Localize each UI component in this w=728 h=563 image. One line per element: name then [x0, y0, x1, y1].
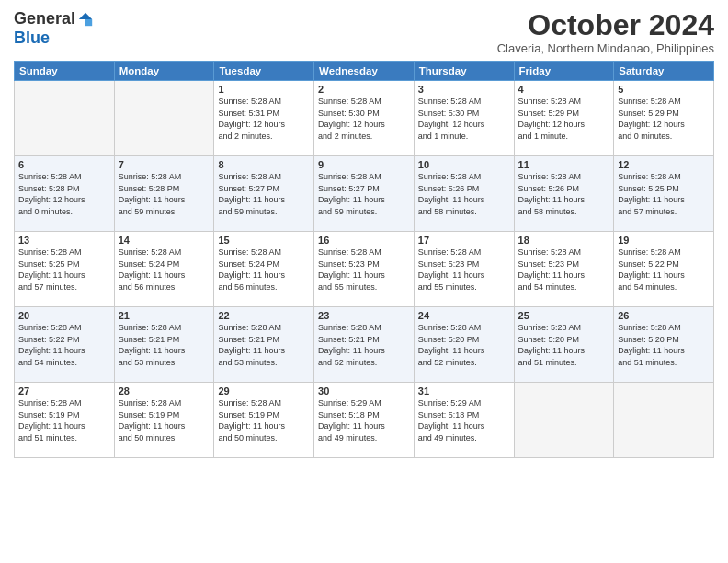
day-number: 1	[218, 84, 310, 95]
day-number: 28	[119, 385, 210, 396]
table-row: 8Sunrise: 5:28 AM Sunset: 5:27 PM Daylig…	[214, 156, 314, 232]
day-info: Sunrise: 5:28 AM Sunset: 5:21 PM Dayligh…	[119, 322, 210, 368]
logo-general-text: General	[14, 9, 75, 29]
table-row	[15, 81, 115, 156]
calendar-table: Sunday Monday Tuesday Wednesday Thursday…	[14, 61, 714, 458]
day-info: Sunrise: 5:28 AM Sunset: 5:25 PM Dayligh…	[18, 247, 110, 293]
table-row	[514, 383, 614, 458]
table-row: 30Sunrise: 5:29 AM Sunset: 5:18 PM Dayli…	[314, 383, 415, 458]
day-number: 24	[418, 310, 510, 321]
logo: General Blue	[14, 9, 94, 48]
table-row: 17Sunrise: 5:28 AM Sunset: 5:23 PM Dayli…	[414, 232, 514, 307]
day-info: Sunrise: 5:28 AM Sunset: 5:28 PM Dayligh…	[18, 171, 110, 217]
day-number: 13	[18, 235, 110, 246]
table-row: 28Sunrise: 5:28 AM Sunset: 5:19 PM Dayli…	[114, 383, 214, 458]
table-row	[114, 81, 214, 156]
day-number: 14	[119, 235, 210, 246]
table-row: 1Sunrise: 5:28 AM Sunset: 5:31 PM Daylig…	[214, 81, 314, 156]
day-info: Sunrise: 5:28 AM Sunset: 5:29 PM Dayligh…	[518, 96, 610, 142]
header-friday: Friday	[514, 62, 614, 81]
table-row: 16Sunrise: 5:28 AM Sunset: 5:23 PM Dayli…	[314, 232, 415, 307]
table-row: 29Sunrise: 5:28 AM Sunset: 5:19 PM Dayli…	[214, 383, 314, 458]
day-number: 29	[218, 385, 310, 396]
table-row: 24Sunrise: 5:28 AM Sunset: 5:20 PM Dayli…	[414, 307, 514, 383]
table-row: 20Sunrise: 5:28 AM Sunset: 5:22 PM Dayli…	[15, 307, 115, 383]
header-saturday: Saturday	[614, 62, 714, 81]
table-row: 23Sunrise: 5:28 AM Sunset: 5:21 PM Dayli…	[314, 307, 415, 383]
day-number: 16	[318, 235, 410, 246]
day-number: 21	[119, 310, 210, 321]
day-number: 25	[518, 310, 610, 321]
table-row: 18Sunrise: 5:28 AM Sunset: 5:23 PM Dayli…	[514, 232, 614, 307]
table-row: 7Sunrise: 5:28 AM Sunset: 5:28 PM Daylig…	[114, 156, 214, 232]
table-row: 10Sunrise: 5:28 AM Sunset: 5:26 PM Dayli…	[414, 156, 514, 232]
day-number: 5	[618, 84, 710, 95]
day-number: 27	[18, 385, 110, 396]
header: General Blue October 2024 Claveria, Nort…	[14, 9, 714, 55]
day-number: 11	[518, 159, 610, 170]
day-info: Sunrise: 5:28 AM Sunset: 5:24 PM Dayligh…	[218, 247, 310, 293]
day-info: Sunrise: 5:28 AM Sunset: 5:22 PM Dayligh…	[18, 322, 110, 368]
table-row: 11Sunrise: 5:28 AM Sunset: 5:26 PM Dayli…	[514, 156, 614, 232]
table-row: 14Sunrise: 5:28 AM Sunset: 5:24 PM Dayli…	[114, 232, 214, 307]
day-number: 10	[418, 159, 510, 170]
day-info: Sunrise: 5:29 AM Sunset: 5:18 PM Dayligh…	[418, 397, 510, 443]
day-number: 8	[218, 159, 310, 170]
day-number: 7	[119, 159, 210, 170]
day-number: 9	[318, 159, 410, 170]
day-number: 2	[318, 84, 410, 95]
calendar-week-row: 20Sunrise: 5:28 AM Sunset: 5:22 PM Dayli…	[15, 307, 714, 383]
table-row: 4Sunrise: 5:28 AM Sunset: 5:29 PM Daylig…	[514, 81, 614, 156]
table-row: 21Sunrise: 5:28 AM Sunset: 5:21 PM Dayli…	[114, 307, 214, 383]
table-row: 31Sunrise: 5:29 AM Sunset: 5:18 PM Dayli…	[414, 383, 514, 458]
day-info: Sunrise: 5:28 AM Sunset: 5:19 PM Dayligh…	[218, 397, 310, 443]
calendar-header-row: Sunday Monday Tuesday Wednesday Thursday…	[15, 62, 714, 81]
table-row: 22Sunrise: 5:28 AM Sunset: 5:21 PM Dayli…	[214, 307, 314, 383]
day-number: 15	[218, 235, 310, 246]
logo-icon	[77, 11, 94, 28]
table-row: 5Sunrise: 5:28 AM Sunset: 5:29 PM Daylig…	[614, 81, 714, 156]
day-info: Sunrise: 5:28 AM Sunset: 5:19 PM Dayligh…	[119, 397, 210, 443]
calendar-week-row: 27Sunrise: 5:28 AM Sunset: 5:19 PM Dayli…	[15, 383, 714, 458]
day-info: Sunrise: 5:28 AM Sunset: 5:23 PM Dayligh…	[318, 247, 410, 293]
day-info: Sunrise: 5:28 AM Sunset: 5:24 PM Dayligh…	[119, 247, 210, 293]
day-number: 31	[418, 385, 510, 396]
day-number: 12	[618, 159, 710, 170]
day-info: Sunrise: 5:28 AM Sunset: 5:31 PM Dayligh…	[218, 96, 310, 142]
day-info: Sunrise: 5:28 AM Sunset: 5:29 PM Dayligh…	[618, 96, 710, 142]
day-info: Sunrise: 5:28 AM Sunset: 5:21 PM Dayligh…	[318, 322, 410, 368]
table-row: 27Sunrise: 5:28 AM Sunset: 5:19 PM Dayli…	[15, 383, 115, 458]
table-row	[614, 383, 714, 458]
day-info: Sunrise: 5:28 AM Sunset: 5:20 PM Dayligh…	[518, 322, 610, 368]
title-block: October 2024 Claveria, Northern Mindanao…	[497, 9, 714, 55]
table-row: 12Sunrise: 5:28 AM Sunset: 5:25 PM Dayli…	[614, 156, 714, 232]
day-info: Sunrise: 5:28 AM Sunset: 5:30 PM Dayligh…	[418, 96, 510, 142]
table-row: 15Sunrise: 5:28 AM Sunset: 5:24 PM Dayli…	[214, 232, 314, 307]
table-row: 25Sunrise: 5:28 AM Sunset: 5:20 PM Dayli…	[514, 307, 614, 383]
day-number: 3	[418, 84, 510, 95]
table-row: 19Sunrise: 5:28 AM Sunset: 5:22 PM Dayli…	[614, 232, 714, 307]
day-info: Sunrise: 5:28 AM Sunset: 5:26 PM Dayligh…	[418, 171, 510, 217]
day-info: Sunrise: 5:28 AM Sunset: 5:20 PM Dayligh…	[618, 322, 710, 368]
logo-blue-text: Blue	[14, 29, 50, 48]
svg-marker-1	[85, 19, 92, 26]
day-info: Sunrise: 5:29 AM Sunset: 5:18 PM Dayligh…	[318, 397, 410, 443]
location-subtitle: Claveria, Northern Mindanao, Philippines	[497, 41, 714, 55]
header-monday: Monday	[114, 62, 214, 81]
table-row: 2Sunrise: 5:28 AM Sunset: 5:30 PM Daylig…	[314, 81, 415, 156]
day-info: Sunrise: 5:28 AM Sunset: 5:26 PM Dayligh…	[518, 171, 610, 217]
day-info: Sunrise: 5:28 AM Sunset: 5:27 PM Dayligh…	[218, 171, 310, 217]
day-info: Sunrise: 5:28 AM Sunset: 5:21 PM Dayligh…	[218, 322, 310, 368]
day-info: Sunrise: 5:28 AM Sunset: 5:25 PM Dayligh…	[618, 171, 710, 217]
day-number: 20	[18, 310, 110, 321]
calendar-week-row: 1Sunrise: 5:28 AM Sunset: 5:31 PM Daylig…	[15, 81, 714, 156]
day-number: 18	[518, 235, 610, 246]
table-row: 26Sunrise: 5:28 AM Sunset: 5:20 PM Dayli…	[614, 307, 714, 383]
table-row: 13Sunrise: 5:28 AM Sunset: 5:25 PM Dayli…	[15, 232, 115, 307]
day-info: Sunrise: 5:28 AM Sunset: 5:28 PM Dayligh…	[119, 171, 210, 217]
header-sunday: Sunday	[15, 62, 115, 81]
table-row: 9Sunrise: 5:28 AM Sunset: 5:27 PM Daylig…	[314, 156, 415, 232]
day-info: Sunrise: 5:28 AM Sunset: 5:20 PM Dayligh…	[418, 322, 510, 368]
month-title: October 2024	[497, 9, 714, 41]
day-number: 6	[18, 159, 110, 170]
